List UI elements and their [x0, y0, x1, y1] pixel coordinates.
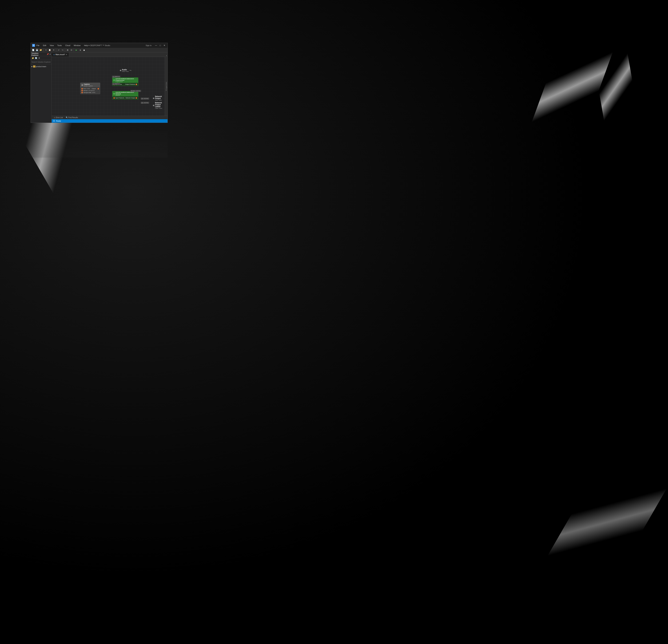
bottom-tab-error-list[interactable]: ⚠ Error List [52, 116, 64, 119]
network-labels-port [153, 105, 154, 106]
toolbar-pause[interactable]: ⏸ [78, 48, 82, 52]
capture-samplerate-label: Sample Rate [83, 92, 91, 93]
properties-label: Properties [165, 82, 167, 91]
toolbar-undo[interactable]: ↩ [57, 48, 60, 52]
tab-close-icon[interactable]: ✕ [66, 54, 67, 56]
preprocessor-output-label: Output Features [125, 84, 135, 85]
sidebar-item-product-team[interactable]: ▶ product-team [31, 65, 51, 68]
network-io-row: Input Features Network Output [113, 97, 137, 99]
sign-in-button[interactable]: Sign in [146, 44, 152, 46]
tree-expand-icon: ▶ [31, 66, 32, 68]
menu-edit[interactable]: Edit [42, 44, 47, 47]
preprocessor-title: conv1d-medium-balanced-3 Preprocessor [116, 78, 137, 81]
toolbar-copy[interactable]: 📋 [48, 48, 51, 52]
toolbar-new[interactable]: 📄 [31, 48, 35, 52]
folder-icon [33, 65, 35, 68]
capture-sensor-dot [81, 90, 83, 91]
sidebar-pin-icon[interactable]: 📌 [47, 53, 49, 55]
menu-cloud[interactable]: Cloud [64, 44, 71, 47]
network-output-title: Network Output [155, 95, 165, 99]
app-title: ✦ DEEPCRAFT ™ Studio [88, 44, 110, 47]
sidebar-settings[interactable]: ⚙ [38, 57, 41, 60]
menu-help[interactable]: Help [83, 44, 89, 47]
toolbar-stop[interactable]: ⏹ [82, 48, 86, 52]
menu-file[interactable]: File [36, 44, 40, 47]
tree-folder-label: product-team [36, 65, 46, 68]
toolbar-delete[interactable]: ✕ [52, 48, 55, 52]
tab-scroll-right[interactable]: › [166, 54, 168, 57]
menu-window[interactable]: Window [73, 44, 81, 47]
network-output-label-block: Network Output Data Track [155, 95, 165, 101]
sidebar-search-bar: 🔍 [31, 60, 51, 64]
toolbar-sep-4 [74, 49, 74, 51]
network-labels-subtitle: Label Track [155, 107, 165, 109]
toolbar-open[interactable]: 📂 [39, 48, 43, 52]
logo-text: ✦ [33, 45, 34, 46]
sidebar-close-icon[interactable]: ✕ [49, 53, 51, 55]
sidebar-header: Solution Explorer 📌 ✕ [31, 53, 51, 56]
capture-port-left: Port COM3 [81, 88, 90, 89]
bottom-tabs-bar: ⚠ Error List 🔍 Find Results [52, 116, 168, 119]
sidebar-title: Solution Explorer [31, 53, 46, 56]
title-bar: ✦ File Edit View Tools Cloud Window Help… [31, 43, 168, 48]
menu-bar: File Edit View Tools Cloud Window Help [36, 44, 89, 47]
canvas-area[interactable]: [1] 16000 Hz [1] 16000 Hz [50.45] -14.29… [52, 57, 168, 116]
close-button[interactable]: ✕ [163, 44, 166, 47]
properties-panel[interactable]: Properties [165, 57, 168, 116]
bottom-tab-find-results[interactable]: 🔍 Find Results [64, 116, 79, 119]
network-body: Input Features Network Output [112, 96, 138, 100]
capture-sensor-row: Sensor microphone [81, 90, 99, 91]
audio-title: Audio [122, 69, 129, 71]
capture-samplerate-left: Sample Rate 16000 [81, 92, 95, 93]
maximize-button[interactable]: □ [158, 44, 162, 47]
sidebar-toolbar: 📁 🔄 ⚙ [31, 56, 51, 60]
capture-sensor-left: Sensor microphone [81, 90, 95, 91]
main-layout: Solution Explorer 📌 ✕ 📁 🔄 ⚙ 🔍 ▶ product-… [31, 53, 168, 123]
toolbar-play[interactable]: ▶ [75, 48, 78, 52]
preprocessor-subtitle: Preprocessor [116, 81, 137, 82]
audio-label-block: Audio Data Track [122, 69, 129, 72]
audio-subtitle: Data Track [122, 71, 129, 72]
toolbar-grid[interactable]: ⊞ [66, 48, 69, 52]
preprocessor-header: conv1d-medium-balanced-3 Preprocessor Pr… [112, 77, 138, 83]
bottom-tab-find-label: Find Results [69, 117, 78, 119]
wire-badge-4: [3] -14.29 Hz [141, 98, 149, 100]
toolbar-cut[interactable]: ✂ [44, 48, 48, 52]
capture-output-label: Output [92, 88, 96, 89]
network-input-port: Input Features [113, 97, 124, 99]
capture-sensor-value: microphone [88, 90, 95, 91]
network-output-port: Network Output [125, 97, 137, 99]
tab-icon: ⊞ [54, 54, 55, 56]
wire-badge-1: [1] 16000 Hz [112, 76, 120, 78]
bottom-tab-error-label: Error List [56, 117, 63, 119]
capture-port-row: Port COM3 Output [81, 88, 99, 89]
sidebar-refresh[interactable]: 🔄 [35, 57, 37, 60]
sidebar-search-input[interactable] [31, 61, 54, 63]
node-audio[interactable]: Audio Data Track 〜 [120, 69, 132, 72]
error-list-icon: ⚠ [54, 117, 55, 119]
network-labels-title: Network Output Labels [155, 102, 165, 107]
tab-main-imunit[interactable]: ⊞ Main.imunit* ✕ [52, 53, 69, 57]
toolbar-fit[interactable]: ⊡ [70, 48, 73, 52]
menu-tools[interactable]: Tools [57, 44, 62, 47]
menu-view[interactable]: View [49, 44, 55, 47]
node-network[interactable]: conv1d-medium-balanced-3 Network Network… [112, 91, 138, 100]
capture-title: Capture [84, 83, 93, 85]
capture-samplerate-value: 16000 [92, 92, 95, 93]
wires-svg [52, 57, 104, 83]
network-title: conv1d-medium-balanced-3 Network [116, 91, 137, 95]
tabs-bar: ⊞ Main.imunit* ✕ › [52, 53, 168, 57]
network-output-subtitle: Data Track [155, 99, 165, 101]
network-labels-label-block: Network Output Labels Label Track [155, 102, 165, 109]
status-menu-icon[interactable]: ☰ [53, 120, 55, 122]
minimize-button[interactable]: — [154, 44, 158, 47]
toolbar-redo[interactable]: ↪ [61, 48, 64, 52]
network-input-dot [113, 97, 115, 99]
capture-body: Port COM3 Output Sensor microphone [80, 87, 100, 94]
sidebar-new-folder[interactable]: 📁 [31, 57, 34, 60]
capture-port-label: Port [83, 88, 86, 89]
toolbar-save[interactable]: 💾 [35, 48, 39, 52]
status-bar: ☰ Ready [52, 119, 168, 123]
node-capture[interactable]: Capture Serial Capture Port COM3 Output [80, 83, 100, 94]
sidebar-tree: ▶ product-team [31, 64, 51, 123]
